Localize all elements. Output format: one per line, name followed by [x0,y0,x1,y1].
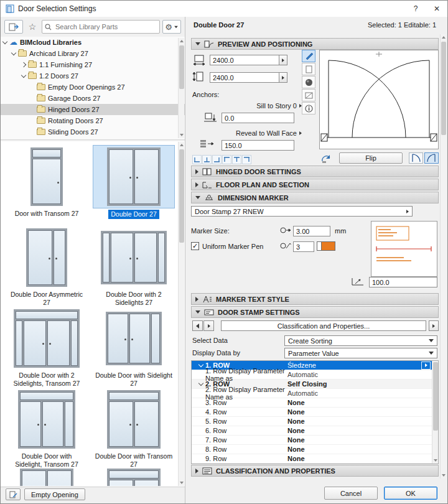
door-width-field[interactable]: 2400.0 [210,55,279,65]
new-object-button[interactable] [6,488,21,500]
sill-anchor-button[interactable]: Sill to Story 0 [191,102,302,110]
table-row[interactable]: 4. Row None [192,408,438,417]
section-preview-and-positioning[interactable]: PREVIEW AND POSITIONING [191,38,439,50]
row-flyout-button[interactable] [421,362,431,370]
anchor-left-icon[interactable] [192,155,202,164]
thumbnail-double-door-transom[interactable]: Double Door with Transom 27 [93,388,175,469]
section-expanded-icon [195,310,200,314]
settings-scrollbar[interactable] [440,34,446,478]
folder-icon [37,106,45,113]
table-row[interactable]: 7. Row None [192,436,438,445]
scroll-up-icon [442,36,446,39]
ok-button[interactable]: OK [384,487,437,500]
close-button[interactable]: ✕ [426,1,447,17]
tree-item-garage-doors[interactable]: Garage Doors 27 [1,93,185,104]
anchor-mid-icon[interactable] [232,155,241,164]
table-row[interactable]: 5. Row None [192,417,438,426]
search-input[interactable] [54,22,157,31]
table-row[interactable]: 3. Row None [192,398,438,408]
width-flyout-button[interactable] [279,55,287,65]
tree-item-hinged-doors[interactable]: Hinged Doors 27 [1,104,185,115]
sill-icon [203,112,217,123]
table-row[interactable]: 6. Row None [192,426,438,436]
pen-color-swatch[interactable] [317,241,335,251]
library-options-button[interactable]: ⚙ [162,20,181,34]
reveal-anchor-button[interactable]: Reveal to Wall Face [191,129,302,137]
table-row[interactable]: 2. Row Display Parameter Name as Automat… [192,389,438,398]
display-data-by-dropdown[interactable]: Parameter Value [284,348,437,358]
section-view-button[interactable] [302,89,315,101]
reveal-field[interactable]: 150.0 [222,140,294,151]
search-box[interactable] [42,20,160,34]
sill-field[interactable]: 0.0 [222,113,294,123]
thumbnail-double-door-sidelight-transom[interactable]: Double Door with Sidelight, Transom 27 [6,388,88,469]
tree-item-archicad-library[interactable]: Archicad Library 27 [1,48,185,59]
thumbnail-door-with-transom[interactable]: Door with Transom 27 [6,145,88,226]
thumbnail-double-door-sidelight[interactable]: Double Door with Sidelight 27 [93,307,175,388]
uniform-marker-pen-checkbox[interactable]: ✓ [191,242,199,250]
select-data-dropdown[interactable]: Create Sorting [284,335,437,346]
library-footer: Empty Opening [6,488,85,500]
section-collapsed-icon [195,297,198,302]
section-floor-plan-and-section[interactable]: FLOOR PLAN AND SECTION [191,179,439,190]
elevation-view-button[interactable] [302,50,315,62]
library-view-button[interactable] [4,20,23,34]
thumbnail-partial[interactable] [6,469,88,487]
table-scrollbar[interactable] [432,361,438,464]
info-icon [305,105,313,113]
swing-right-button[interactable] [424,152,439,164]
tree-item-empty-door-openings[interactable]: Empty Door Openings 27 [1,82,185,93]
cancel-button[interactable]: Cancel [324,487,378,500]
stamp-flyout-button[interactable] [429,320,439,331]
section-classification-and-properties[interactable]: CLASSIFICATION AND PROPERTIES [191,465,439,477]
stamp-prev-button[interactable] [192,320,203,331]
tree-item-doors[interactable]: 1.2 Doors 27 [1,70,185,82]
tree-item-sliding-doors[interactable]: Sliding Doors 27 [1,126,185,138]
door-preview[interactable] [319,50,439,149]
thumbnail-scrollbar[interactable] [178,142,184,486]
help-button[interactable]: ? [405,1,426,17]
thumbnail-double-door-2-sidelights-transom[interactable]: Double Door with 2 Sidelights, Transom 2… [6,307,88,388]
marker-size-field[interactable]: 3.00 [293,226,330,236]
thumbnail-double-door-selected[interactable]: Double Door 27 [93,145,175,226]
section-dimension-marker[interactable]: DIMENSION MARKER [191,192,439,203]
reveal-icon [200,139,215,148]
tree-scrollbar[interactable] [178,38,184,138]
thumbnail-partial[interactable] [93,469,175,487]
sphere-icon [305,78,313,86]
dialog-title: Door Selection Settings [18,4,96,13]
door-height-field[interactable]: 2400.0 [210,72,279,83]
tree-item-rotating-doors[interactable]: Rotating Doors 27 [1,115,185,126]
table-row[interactable]: 1. Row Display Parameter Name as Automat… [192,370,438,380]
section-door-stamp-settings[interactable]: DOOR STAMP SETTINGS [191,306,439,318]
door-stamp-dropdown[interactable]: Door Stamp 27 RNEW [191,206,413,217]
stamp-next-button[interactable] [203,320,214,331]
anchor-right-icon[interactable] [212,155,222,164]
marker-offset-field[interactable]: 100.0 [369,277,437,287]
anchor-center-icon[interactable] [202,155,212,164]
empty-opening-button[interactable]: Empty Opening [24,488,85,500]
door-selection-settings-dialog: Door Selection Settings ? ✕ ☆ ⚙ [0,0,448,504]
flip-button[interactable]: Flip [339,152,403,164]
swing-left-button[interactable] [409,152,423,164]
stamp-page-dropdown[interactable]: Classification and Properties... [221,320,426,331]
page-icon [305,65,313,73]
info-button[interactable] [302,102,315,114]
anchor-bottom-icon[interactable] [242,155,251,164]
anchor-top-icon[interactable] [222,155,231,164]
favorites-button[interactable]: ☆ [26,20,39,34]
table-row[interactable]: 8. Row None [192,445,438,454]
pen-number-field[interactable]: 3 [293,241,314,252]
section-hinged-door-settings[interactable]: HINGED DOOR SETTINGS [191,166,439,177]
plan-view-button[interactable] [302,63,315,75]
tree-item-bimcloud[interactable]: ☁ BIMcloud Libraries [1,37,185,48]
height-flyout-button[interactable] [279,72,287,83]
model-3d-view-button[interactable] [302,76,315,88]
folder-icon [37,84,45,90]
section-marker-text-style[interactable]: MARKER TEXT STYLE [191,293,439,305]
tree-item-furnishing[interactable]: 1.1 Furnishing 27 [1,59,185,70]
thumbnail-double-door-asymmetric[interactable]: Double Door Asymmetric 27 [6,226,88,307]
search-icon [45,24,52,30]
table-row[interactable]: 9. Row None [192,454,438,464]
thumbnail-double-door-2-sidelights[interactable]: Double Door with 2 Sidelights 27 [93,226,175,307]
